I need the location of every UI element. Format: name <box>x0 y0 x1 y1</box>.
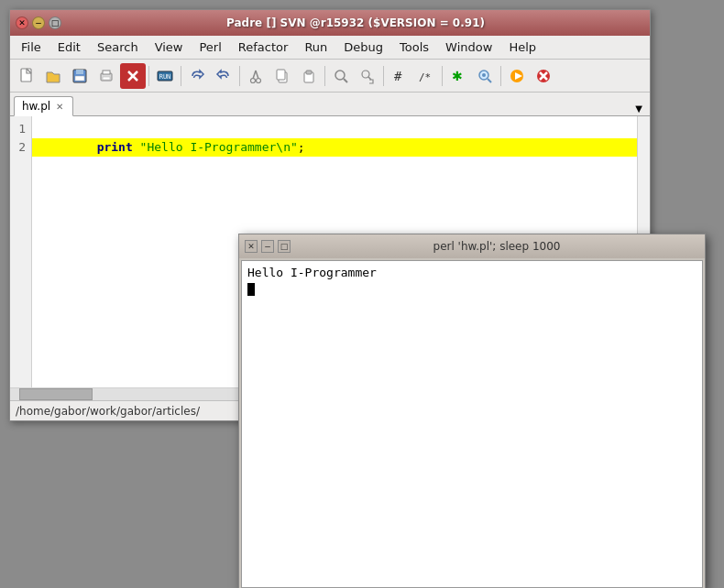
svg-text:✱: ✱ <box>452 69 463 83</box>
h-scroll-thumb[interactable] <box>19 388 93 400</box>
comment-button[interactable]: # <box>387 63 412 89</box>
file-path: /home/gabor/work/gabor/articles/ <box>16 405 200 418</box>
padre-title-bar: ✕ − □ Padre [] SVN @r15932 ($VERSION = 0… <box>10 10 650 36</box>
menu-edit[interactable]: Edit <box>50 38 88 56</box>
terminal-minimize-button[interactable]: − <box>261 240 274 253</box>
line-numbers: 1 2 <box>10 116 32 387</box>
menu-debug[interactable]: Debug <box>336 38 390 56</box>
menu-bar: File Edit Search View Perl Refactor Run … <box>10 36 650 60</box>
minimize-button[interactable]: − <box>32 16 45 29</box>
svg-rect-18 <box>306 71 312 74</box>
toolbar: RUN # <box>10 60 650 93</box>
svg-rect-3 <box>75 76 84 81</box>
svg-text:RUN: RUN <box>159 73 171 81</box>
cut-button[interactable] <box>243 63 269 89</box>
code-line-1: print "Hello I-Programmer\n"; <box>32 120 637 138</box>
line-number-2: 2 <box>14 138 26 157</box>
menu-view[interactable]: View <box>148 38 191 56</box>
menu-search[interactable]: Search <box>90 38 146 56</box>
menu-tools[interactable]: Tools <box>392 38 436 56</box>
tab-dropdown-button[interactable]: ▼ <box>631 102 646 115</box>
svg-point-12 <box>257 78 261 82</box>
copy-button[interactable] <box>269 63 295 89</box>
paste-button[interactable] <box>296 63 322 89</box>
menu-refactor[interactable]: Refactor <box>231 38 296 56</box>
code-semicolon-1: ; <box>298 140 305 154</box>
svg-point-21 <box>362 71 369 78</box>
toolbar-sep-3 <box>239 66 240 86</box>
svg-line-13 <box>253 71 256 79</box>
terminal-cursor <box>247 283 255 296</box>
terminal-content[interactable]: Hello I-Programmer <box>241 260 703 588</box>
svg-text:#: # <box>394 69 402 83</box>
open-file-button[interactable] <box>40 63 66 89</box>
code-text-1 <box>133 140 140 154</box>
replace-button[interactable] <box>355 63 380 89</box>
terminal-title-bar: ✕ − □ perl 'hw.pl'; sleep 1000 <box>239 234 705 258</box>
menu-file[interactable]: File <box>14 38 49 56</box>
tab-hw-pl[interactable]: hw.pl ✕ <box>14 96 73 116</box>
svg-point-28 <box>482 73 486 77</box>
toolbar-sep-7 <box>500 66 501 86</box>
terminal-output-line-1: Hello I-Programmer <box>247 265 697 281</box>
run-script-button[interactable]: RUN <box>152 63 178 89</box>
svg-rect-5 <box>103 71 110 74</box>
menu-window[interactable]: Window <box>438 38 499 56</box>
toolbar-sep-4 <box>324 66 325 86</box>
window-controls: ✕ − □ <box>16 16 61 29</box>
svg-rect-2 <box>76 70 83 74</box>
menu-run[interactable]: Run <box>297 38 335 56</box>
close-file-button[interactable] <box>120 63 146 89</box>
run-button[interactable] <box>504 63 530 89</box>
window-title: Padre [] SVN @r15932 ($VERSION = 0.91) <box>67 16 644 29</box>
print-button[interactable] <box>93 63 119 89</box>
menu-help[interactable]: Help <box>501 38 543 56</box>
svg-text:/*: /* <box>419 71 431 83</box>
tab-label: hw.pl <box>22 100 50 113</box>
toolbar-sep-6 <box>442 66 443 86</box>
svg-point-19 <box>335 71 345 80</box>
svg-line-20 <box>344 79 347 82</box>
save-file-button[interactable] <box>67 63 93 89</box>
redo-button[interactable] <box>211 63 236 89</box>
new-file-button[interactable] <box>14 63 39 89</box>
toolbar-sep-1 <box>148 66 149 86</box>
close-button[interactable]: ✕ <box>16 16 28 29</box>
toolbar-sep-5 <box>383 66 384 86</box>
tab-bar: hw.pl ✕ ▼ <box>10 93 650 116</box>
keyword-print: print <box>97 140 133 154</box>
uncomment-button[interactable]: /* <box>413 63 439 89</box>
svg-line-14 <box>256 71 258 79</box>
tab-close-icon[interactable]: ✕ <box>56 102 63 112</box>
plugin1-button[interactable]: ✱ <box>445 63 471 89</box>
undo-button[interactable] <box>184 63 210 89</box>
terminal-title: perl 'hw.pl'; sleep 1000 <box>294 240 699 253</box>
terminal-close-button[interactable]: ✕ <box>245 240 258 253</box>
toolbar-sep-2 <box>181 66 181 86</box>
stop-button[interactable] <box>531 63 556 89</box>
search-button[interactable] <box>328 63 354 89</box>
svg-line-27 <box>488 79 491 82</box>
svg-rect-6 <box>103 77 110 80</box>
svg-rect-16 <box>277 70 285 80</box>
maximize-button[interactable]: □ <box>49 16 61 29</box>
line-number-1: 1 <box>14 120 26 138</box>
terminal-maximize-button[interactable]: □ <box>278 240 291 253</box>
svg-point-11 <box>251 78 256 82</box>
menu-perl[interactable]: Perl <box>192 38 228 56</box>
plugin2-button[interactable] <box>472 63 498 89</box>
terminal-cursor-line <box>247 281 697 298</box>
terminal-window: ✕ − □ perl 'hw.pl'; sleep 1000 Hello I-P… <box>238 234 706 588</box>
string-literal-1: "Hello I-Programmer\n" <box>140 140 298 154</box>
